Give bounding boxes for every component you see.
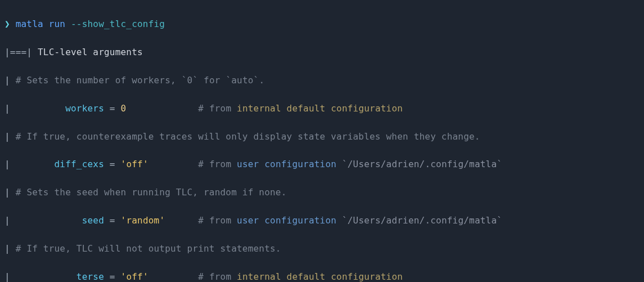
comment-line: | # Sets the seed when running TLC, rand… [4, 186, 640, 200]
arg-value: 'off' [121, 159, 148, 169]
comment-text: # If true, TLC will not output print sta… [16, 243, 281, 254]
arg-source: internal default configuration [237, 103, 403, 114]
arg-key: diff_cexs [55, 159, 105, 169]
comment-text: # Sets the number of workers, `0` for `a… [16, 75, 265, 86]
arg-line-diff-cexs: | diff_cexs = 'off' # from user configur… [4, 158, 640, 172]
arg-line-workers: | workers = 0 # from internal default co… [4, 102, 640, 116]
arg-value: 'off' [121, 271, 148, 282]
arg-line-terse: | terse = 'off' # from internal default … [4, 270, 640, 282]
command-name: matla run [16, 19, 66, 29]
arg-source: internal default configuration [237, 271, 403, 282]
section-title: TLC-level arguments [38, 47, 143, 57]
arg-source: user configuration [237, 159, 336, 169]
comment-line: | # If true, counterexample traces will … [4, 130, 640, 144]
arg-source: user configuration [237, 215, 336, 226]
arg-line-seed: | seed = 'random' # from user configurat… [4, 214, 640, 228]
comment-line: | # Sets the number of workers, `0` for … [4, 74, 640, 88]
prompt-icon: ❯ [4, 19, 10, 29]
arg-key: workers [65, 103, 104, 114]
arg-value: 'random' [121, 215, 165, 226]
arg-value: 0 [121, 103, 127, 114]
command-flag: --show_tlc_config [71, 19, 165, 29]
comment-text: # If true, counterexample traces will on… [16, 131, 480, 142]
arg-key: terse [76, 271, 104, 282]
comment-line: | # If true, TLC will not output print s… [4, 242, 640, 256]
comment-text: # Sets the seed when running TLC, random… [16, 187, 287, 198]
section-header-line: |===| TLC-level arguments [4, 46, 640, 60]
arg-key: seed [82, 215, 104, 226]
command-line: ❯ matla run --show_tlc_config [4, 17, 640, 32]
